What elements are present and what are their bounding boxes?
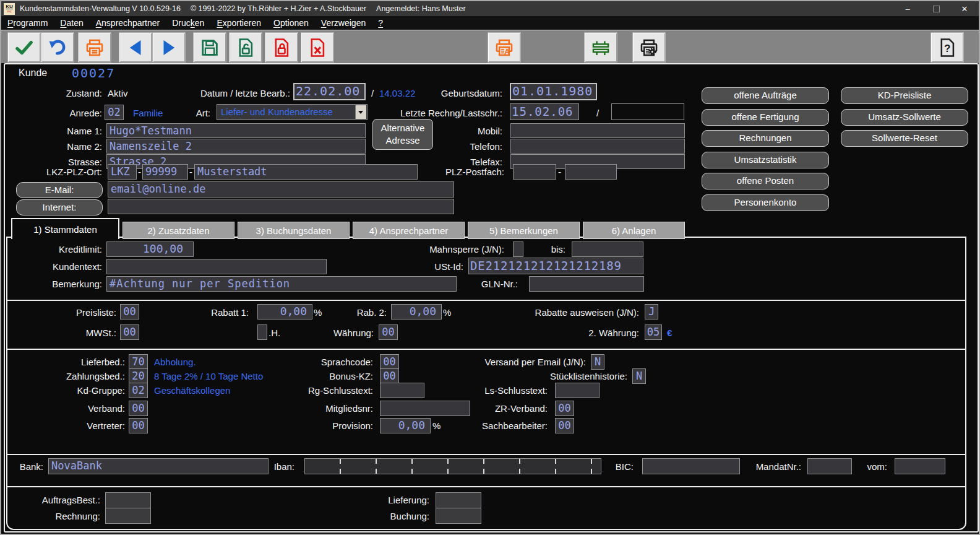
kdgruppe-field[interactable]: 02 bbox=[129, 383, 148, 398]
lsschlusstext-field[interactable] bbox=[555, 383, 600, 398]
table-view-button[interactable] bbox=[584, 32, 617, 63]
close-button[interactable]: ✕ bbox=[954, 1, 975, 16]
kd-preisliste-button[interactable]: KD-Preisliste bbox=[841, 87, 968, 104]
confirm-button[interactable] bbox=[7, 32, 41, 63]
mahnsperre-bis-field[interactable] bbox=[572, 241, 643, 257]
help-button[interactable]: ? bbox=[931, 32, 964, 63]
sollwerte-reset-button[interactable]: Sollwerte-Reset bbox=[841, 130, 968, 147]
tab-ansprechpartner[interactable]: 4) Ansprechpartner bbox=[353, 222, 465, 239]
ort-field[interactable]: Musterstadt bbox=[194, 164, 418, 180]
menu-drucken[interactable]: Drucken bbox=[166, 18, 210, 28]
menu-ansprechpartner[interactable]: Ansprechpartner bbox=[90, 18, 166, 28]
rab2-field[interactable]: 0,00 bbox=[391, 304, 442, 320]
letzte-rechng-field[interactable]: 15.02.06 bbox=[510, 103, 579, 120]
tab-anlagen[interactable]: 6) Anlagen bbox=[583, 222, 685, 239]
plz-postfach2-field[interactable] bbox=[565, 164, 617, 180]
ustid-field[interactable]: DE212121212121212189 bbox=[468, 258, 643, 274]
zrverband-field[interactable]: 00 bbox=[555, 401, 574, 416]
waehrung-field[interactable]: 00 bbox=[379, 324, 398, 340]
delete-record-button[interactable] bbox=[301, 32, 334, 63]
lock-record-button[interactable] bbox=[265, 32, 298, 63]
tab-stammdaten[interactable]: 1) Stammdaten bbox=[11, 218, 119, 239]
tab-buchungsdaten[interactable]: 3) Buchungsdaten bbox=[238, 222, 350, 239]
stuecklistenhistorie-field[interactable]: N bbox=[632, 368, 646, 384]
versand-email-field[interactable]: N bbox=[591, 354, 604, 370]
kundentext-field[interactable] bbox=[106, 259, 327, 274]
lieferbed-field[interactable]: 70 bbox=[129, 354, 148, 370]
auftragsbest-field[interactable] bbox=[105, 492, 151, 508]
maximize-button[interactable] bbox=[926, 1, 947, 16]
menu-exportieren[interactable]: Exportieren bbox=[210, 18, 267, 28]
menu-hilfe[interactable]: ? bbox=[372, 18, 389, 28]
mandatnr-field[interactable] bbox=[807, 458, 852, 474]
rgschlusstext-field[interactable] bbox=[380, 383, 424, 398]
sprachcode-field[interactable]: 00 bbox=[380, 354, 399, 370]
bank-field[interactable]: NovaBank bbox=[48, 458, 269, 474]
bemerkung-field[interactable]: #Achtung nur per Spedition bbox=[106, 276, 457, 292]
lkz-field[interactable]: LKZ bbox=[108, 164, 137, 180]
art-dropdown[interactable]: Liefer- und Kundenadresse bbox=[217, 104, 368, 120]
rabatte-ausweisen-field[interactable]: J bbox=[645, 304, 658, 320]
offene-auftraege-button[interactable]: offene Aufträge bbox=[702, 87, 829, 104]
datum-field[interactable]: 22.02.00 bbox=[293, 83, 366, 100]
menu-daten[interactable]: Daten bbox=[54, 18, 89, 28]
print-button[interactable] bbox=[78, 32, 111, 63]
unlock-record-button[interactable] bbox=[229, 32, 262, 63]
menu-optionen[interactable]: Optionen bbox=[267, 18, 315, 28]
rabatt1-field[interactable]: 0,00 bbox=[257, 304, 312, 320]
mobil-field[interactable] bbox=[510, 123, 685, 138]
umsatzstatistik-button[interactable]: Umsatzstatistik bbox=[702, 152, 829, 168]
undo-button[interactable] bbox=[41, 32, 74, 63]
mwst-field[interactable]: 00 bbox=[120, 324, 139, 340]
preisliste-field[interactable]: 00 bbox=[120, 304, 139, 320]
zahlungsbed-field[interactable]: 20 bbox=[129, 368, 148, 384]
rechnung-field[interactable] bbox=[105, 508, 151, 524]
internet-field[interactable] bbox=[108, 199, 454, 214]
iban-field[interactable] bbox=[304, 458, 601, 474]
menu-verzweigen[interactable]: Verzweigen bbox=[315, 18, 372, 28]
h-field[interactable] bbox=[257, 324, 267, 340]
lieferung-field[interactable] bbox=[436, 492, 481, 508]
euro-symbol: € bbox=[667, 328, 672, 338]
print-settings-button[interactable] bbox=[632, 32, 666, 63]
umsatz-sollwerte-button[interactable]: Umsatz-Sollwerte bbox=[841, 109, 968, 126]
internet-button[interactable]: Internet: bbox=[16, 199, 103, 215]
print-form-button[interactable]: A bbox=[488, 32, 521, 63]
vertreter-field[interactable]: 00 bbox=[129, 418, 148, 433]
rechnungen-button[interactable]: Rechnungen bbox=[702, 130, 829, 147]
tab-zusatzdaten[interactable]: 2) Zusatzdaten bbox=[123, 222, 234, 239]
bonuskz-field[interactable]: 00 bbox=[380, 368, 399, 384]
geburtsdatum-field[interactable]: 01.01.1980 bbox=[510, 83, 597, 100]
gln-field[interactable] bbox=[529, 276, 644, 292]
alternative-adresse-button[interactable]: AlternativeAdresse bbox=[372, 119, 433, 150]
email-field[interactable]: email@online.de bbox=[108, 181, 454, 198]
vom-field[interactable] bbox=[895, 458, 945, 474]
email-button[interactable]: E-Mail: bbox=[16, 182, 103, 198]
minimize-button[interactable]: – bbox=[897, 1, 918, 16]
name2-field[interactable]: Namenszeile 2 bbox=[106, 139, 366, 154]
menu-programm[interactable]: Programm bbox=[1, 18, 54, 28]
anrede-field[interactable]: 02 bbox=[105, 105, 124, 120]
waehrung2-field[interactable]: 05 bbox=[645, 324, 662, 340]
tab-bemerkungen[interactable]: 5) Bemerkungen bbox=[468, 222, 580, 239]
bic-field[interactable] bbox=[642, 458, 740, 474]
sachbearbeiter-field[interactable]: 00 bbox=[555, 418, 574, 433]
next-record-button[interactable] bbox=[152, 32, 186, 63]
offene-fertigung-button[interactable]: offene Fertigung bbox=[702, 109, 829, 126]
personenkonto-button[interactable]: Personenkonto bbox=[702, 194, 829, 211]
letzte-lastschrift-field[interactable] bbox=[611, 103, 684, 120]
plz-postfach1-field[interactable] bbox=[513, 164, 556, 180]
kreditlimit-field[interactable]: 100,00 bbox=[106, 241, 194, 257]
anrede-text: Familie bbox=[133, 108, 163, 118]
offene-posten-button[interactable]: offene Posten bbox=[702, 173, 829, 189]
plz-field[interactable]: 99999 bbox=[142, 164, 188, 180]
telefon-field[interactable] bbox=[510, 139, 685, 154]
name1-field[interactable]: Hugo*Testmann bbox=[106, 123, 366, 138]
mahnsperre-field[interactable] bbox=[513, 241, 523, 257]
previous-record-button[interactable] bbox=[119, 32, 152, 63]
mitgliedsnr-field[interactable] bbox=[380, 401, 470, 416]
provision-field[interactable]: 0,00 bbox=[380, 418, 431, 433]
verband-field[interactable]: 00 bbox=[129, 401, 148, 416]
buchung-field[interactable] bbox=[436, 508, 481, 524]
save-button[interactable] bbox=[193, 32, 226, 63]
